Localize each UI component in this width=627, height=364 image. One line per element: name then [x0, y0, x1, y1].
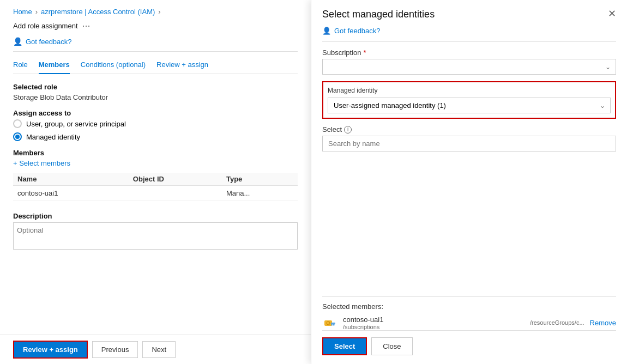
panel-header: Select managed identities ✕: [322, 9, 616, 20]
subscription-select[interactable]: [322, 59, 616, 75]
tab-members[interactable]: Members: [39, 57, 70, 74]
member-path: /subscriptions: [343, 324, 524, 330]
radio-managed-label: Managed identity: [26, 133, 80, 141]
assign-access-options: User, group, or service principal Manage…: [13, 119, 298, 141]
feedback-label: Got feedback?: [26, 38, 72, 46]
svg-rect-2: [331, 323, 335, 324]
table-row: contoso-uai1 Mana...: [13, 186, 298, 201]
members-table: Name Object ID Type contoso-uai1 Mana...: [13, 173, 298, 201]
select-info-icon[interactable]: i: [344, 126, 352, 134]
subscription-select-wrapper: ⌄: [322, 59, 616, 75]
svg-rect-4: [331, 324, 333, 326]
member-name: contoso-uai1: [343, 316, 524, 324]
breadcrumb: Home › azrpremstore | Access Control (IA…: [13, 8, 298, 16]
cell-objectid: [129, 186, 222, 201]
tab-conditions[interactable]: Conditions (optional): [81, 57, 146, 74]
next-button[interactable]: Next: [142, 341, 176, 358]
selected-role-value: Storage Blob Data Contributor: [13, 93, 298, 101]
cell-type: Mana...: [222, 186, 298, 201]
select-label: Select i: [322, 125, 616, 134]
selected-members-section: Selected members: contoso-uai1 /subscrip…: [322, 296, 616, 330]
left-bottom-bar: Review + assign Previous Next: [0, 335, 311, 364]
subscription-label: Subscription *: [322, 48, 616, 57]
select-group: Select i: [322, 125, 616, 151]
cell-name: contoso-uai1: [13, 186, 129, 201]
left-panel: Home › azrpremstore | Access Control (IA…: [0, 0, 311, 364]
managed-identity-select-wrapper: User-assigned managed identity (1) ⌄: [328, 98, 611, 113]
svg-rect-3: [333, 324, 335, 326]
right-panel: Select managed identities ✕ 👤 Got feedba…: [311, 0, 627, 364]
members-label: Members: [13, 149, 298, 157]
radio-user[interactable]: User, group, or service principal: [13, 119, 298, 128]
selected-member-item: contoso-uai1 /subscriptions /resourceGro…: [322, 315, 616, 330]
results-area: [322, 158, 616, 296]
managed-identity-group: Managed identity User-assigned managed i…: [322, 81, 616, 119]
panel-select-button[interactable]: Select: [322, 337, 367, 355]
feedback-icon: 👤: [13, 37, 22, 46]
breadcrumb-sep2: ›: [158, 8, 160, 16]
remove-member-button[interactable]: Remove: [590, 319, 616, 327]
panel-feedback-label: Got feedback?: [334, 27, 381, 35]
selected-role-label: Selected role: [13, 83, 298, 91]
more-options-icon[interactable]: ···: [82, 20, 91, 32]
review-assign-button[interactable]: Review + assign: [13, 341, 88, 359]
assign-access-label: Assign access to: [13, 109, 298, 117]
subscription-group: Subscription * ⌄: [322, 48, 616, 75]
member-info: contoso-uai1 /subscriptions: [343, 316, 524, 330]
panel-close-button[interactable]: Close: [371, 337, 412, 355]
member-resource: /resourceGroups/c...: [530, 319, 584, 326]
selected-members-title: Selected members:: [322, 302, 616, 311]
previous-button[interactable]: Previous: [92, 341, 138, 358]
col-objectid: Object ID: [129, 173, 222, 186]
breadcrumb-storage[interactable]: azrpremstore | Access Control (IAM): [41, 8, 155, 16]
managed-identity-label: Managed identity: [328, 87, 611, 94]
select-members-button[interactable]: + Select members: [13, 159, 70, 167]
close-panel-button[interactable]: ✕: [608, 9, 616, 19]
subscription-required: *: [364, 48, 366, 57]
tab-role[interactable]: Role: [13, 57, 28, 74]
page-title-container: Add role assignment ···: [13, 20, 298, 32]
panel-feedback[interactable]: 👤 Got feedback?: [322, 27, 616, 42]
search-input[interactable]: [322, 136, 616, 151]
col-type: Type: [222, 173, 298, 186]
panel-title: Select managed identities: [322, 9, 435, 20]
description-textarea[interactable]: [13, 222, 298, 250]
radio-user-label: User, group, or service principal: [26, 120, 126, 128]
managed-identity-select[interactable]: User-assigned managed identity (1): [328, 98, 611, 113]
radio-managed[interactable]: Managed identity: [13, 132, 298, 141]
page-title: Add role assignment: [13, 22, 78, 30]
svg-point-1: [327, 321, 330, 325]
col-name: Name: [13, 173, 129, 186]
feedback-bar[interactable]: 👤 Got feedback?: [13, 37, 298, 52]
members-section: Members + Select members Name Object ID …: [13, 149, 298, 201]
member-icon: [322, 315, 337, 330]
radio-circle-managed[interactable]: [13, 132, 22, 141]
panel-bottom-bar: Select Close: [322, 330, 616, 355]
radio-circle-user[interactable]: [13, 119, 22, 128]
tabs-container: Role Members Conditions (optional) Revie…: [13, 57, 298, 74]
description-label: Description: [13, 212, 298, 220]
tab-review[interactable]: Review + assign: [156, 57, 208, 74]
panel-feedback-icon: 👤: [322, 27, 331, 35]
breadcrumb-home[interactable]: Home: [13, 8, 32, 16]
breadcrumb-sep1: ›: [35, 8, 38, 16]
